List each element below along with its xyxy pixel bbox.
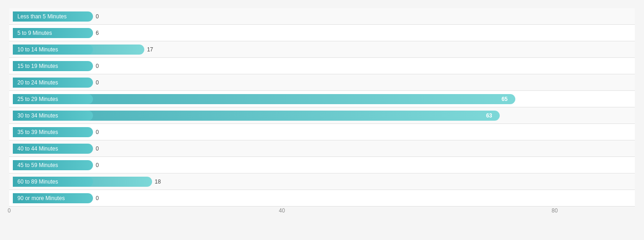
bar-row: 20 to 24 Minutes0 — [9, 74, 635, 91]
x-axis: 04080 — [9, 207, 635, 217]
bar-value: 18 — [155, 177, 161, 187]
bar-pill-label: 40 to 44 Minutes — [13, 144, 93, 154]
bar-pill-label: 20 to 24 Minutes — [13, 78, 93, 88]
bar-row: 5 to 9 Minutes6 — [9, 25, 635, 41]
bar-container: 20 to 24 Minutes0 — [13, 77, 635, 88]
bar-value: 0 — [96, 11, 99, 22]
bar-row: 60 to 89 Minutes18 — [9, 173, 635, 190]
x-tick: 40 — [279, 207, 285, 214]
bar-container: 90 or more Minutes0 — [13, 193, 635, 204]
bar-row: 90 or more Minutes0 — [9, 190, 635, 207]
bar-row: 45 to 59 Minutes0 — [9, 157, 635, 173]
page-container: Less than 5 Minutes05 to 9 Minutes610 to… — [9, 5, 635, 217]
bar-row: 15 to 19 Minutes0 — [9, 58, 635, 74]
bar-pill-label: 15 to 19 Minutes — [13, 61, 93, 71]
bar-value: 17 — [147, 45, 153, 55]
bar-container: 45 to 59 Minutes0 — [13, 160, 635, 171]
bar-row: 10 to 14 Minutes17 — [9, 41, 635, 58]
bar-pill-label: Less than 5 Minutes — [13, 11, 93, 22]
bar-row: 30 to 34 Minutes63 — [9, 107, 635, 124]
bar-pill-label: 10 to 14 Minutes — [13, 45, 93, 55]
bar-container: 40 to 44 Minutes0 — [13, 143, 635, 154]
bar-row: 35 to 39 Minutes0 — [9, 124, 635, 140]
bar-pill-label: 90 or more Minutes — [13, 193, 93, 203]
bar-container: 15 to 19 Minutes0 — [13, 61, 635, 72]
bar-value: 0 — [96, 193, 99, 203]
x-tick: 80 — [551, 207, 557, 214]
bar-value: 0 — [96, 144, 99, 154]
bar-container: 25 to 29 Minutes65 — [13, 94, 635, 105]
bar-pill-label: 60 to 89 Minutes — [13, 177, 93, 187]
bar-row: 25 to 29 Minutes65 — [9, 91, 635, 107]
bar-container: 30 to 34 Minutes63 — [13, 110, 635, 121]
bar-pill-label: 45 to 59 Minutes — [13, 160, 93, 170]
bar-container: 60 to 89 Minutes18 — [13, 176, 635, 187]
bar-container: 5 to 9 Minutes6 — [13, 28, 635, 39]
bar-container: Less than 5 Minutes0 — [13, 11, 635, 22]
bar-value: 6 — [96, 28, 99, 38]
x-tick: 0 — [8, 207, 11, 214]
bar-value: 63 — [486, 111, 492, 121]
bar-pill-label: 25 to 29 Minutes — [13, 94, 93, 104]
bar-value: 0 — [96, 127, 99, 137]
bar-value: 0 — [96, 61, 99, 71]
bar-pill-label: 35 to 39 Minutes — [13, 127, 93, 137]
bar-value: 0 — [96, 160, 99, 170]
bar-row: Less than 5 Minutes0 — [9, 8, 635, 25]
bar-value: 0 — [96, 78, 99, 88]
bar-container: 10 to 14 Minutes17 — [13, 44, 635, 55]
bar-pill-label: 5 to 9 Minutes — [13, 28, 93, 38]
bar-container: 35 to 39 Minutes0 — [13, 127, 635, 138]
bar-pill-label: 30 to 34 Minutes — [13, 111, 93, 121]
bar-value: 65 — [502, 94, 508, 104]
chart-area: Less than 5 Minutes05 to 9 Minutes610 to… — [9, 8, 635, 207]
bar-row: 40 to 44 Minutes0 — [9, 140, 635, 157]
